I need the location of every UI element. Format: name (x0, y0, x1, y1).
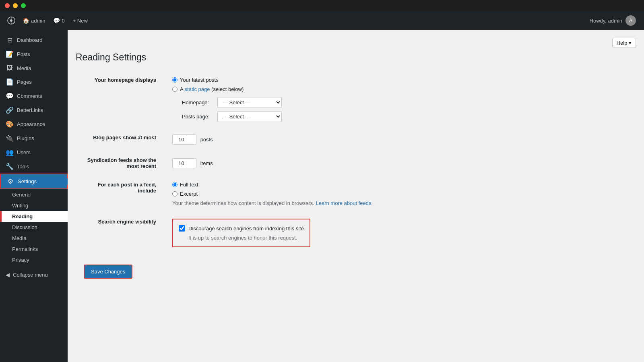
sidebar-item-tools[interactable]: 🔧 Tools (0, 159, 68, 174)
posts-icon: 📝 (6, 50, 14, 58)
row-homepage-displays: Your homepage displays Your latest posts… (76, 71, 636, 128)
posts-page-select[interactable]: — Select — (217, 111, 282, 122)
field-feed-include: Full text Excerpt Your theme determines … (164, 176, 636, 213)
sidebar-item-label: Dashboard (17, 37, 43, 43)
field-syndication-feeds: items (164, 151, 636, 176)
radio-static-page-label[interactable]: A static page (select below) (180, 86, 244, 92)
admin-bar-site[interactable]: 🏠 admin (19, 11, 49, 30)
sidebar-item-media[interactable]: 🖼 Media (0, 61, 68, 75)
main-content: Help ▾ Reading Settings Your homepage di… (68, 30, 644, 362)
field-blog-pages: posts (164, 128, 636, 151)
static-page-link[interactable]: static page (185, 86, 210, 92)
sidebar-item-comments[interactable]: 💬 Comments (0, 89, 68, 103)
collapse-icon: ◀ (6, 272, 10, 278)
label-homepage-displays: Your homepage displays (76, 71, 164, 128)
dashboard-icon: ⊟ (6, 36, 14, 44)
howdy-text: Howdy, admin (590, 18, 622, 24)
sidebar-sub-reading[interactable]: Reading (0, 211, 68, 222)
collapse-menu-item[interactable]: ◀ Collapse menu (0, 269, 68, 281)
feed-note: Your theme determines how content is dis… (172, 200, 628, 206)
radio-latest-posts-input[interactable] (172, 77, 178, 83)
collapse-label: Collapse menu (13, 272, 48, 278)
help-label: Help ▾ (617, 40, 632, 46)
layout: ⊟ Dashboard 📝 Posts 🖼 Media 📄 Pages 💬 Co… (0, 30, 644, 362)
betterlinks-icon: 🔗 (6, 106, 14, 114)
sidebar-sub-writing[interactable]: Writing (0, 200, 68, 211)
sidebar-item-label: Posts (17, 51, 30, 57)
radio-static-page-input[interactable] (172, 87, 178, 92)
svg-point-1 (10, 19, 12, 22)
sidebar-item-betterlinks[interactable]: 🔗 BetterLinks (0, 103, 68, 117)
blog-pages-suffix: posts (200, 137, 213, 143)
new-label: + New (73, 18, 88, 24)
syndication-feeds-suffix: items (200, 160, 213, 166)
search-visibility-checkbox[interactable] (179, 225, 185, 232)
home-icon: 🏠 (23, 17, 29, 24)
sidebar: ⊟ Dashboard 📝 Posts 🖼 Media 📄 Pages 💬 Co… (0, 30, 68, 362)
row-search-visibility: Search engine visibility Discourage sear… (76, 213, 636, 254)
sidebar-item-label: Plugins (17, 135, 34, 141)
minimize-button[interactable] (13, 3, 18, 8)
sidebar-sub-general[interactable]: General (0, 189, 68, 200)
visibility-note: It is up to search engines to honor this… (179, 235, 304, 241)
label-search-visibility: Search engine visibility (76, 213, 164, 254)
sidebar-item-label: Appearance (17, 121, 45, 127)
radio-static-page: A static page (select below) (172, 86, 628, 92)
titlebar (0, 0, 644, 11)
search-visibility-label[interactable]: Discourage search engines from indexing … (188, 225, 304, 232)
field-search-visibility: Discourage search engines from indexing … (164, 213, 636, 254)
sidebar-item-label: Pages (17, 79, 32, 85)
admin-bar-new[interactable]: + New (69, 11, 92, 30)
help-button[interactable]: Help ▾ (612, 38, 636, 48)
close-button[interactable] (5, 3, 10, 8)
sidebar-item-label: Comments (17, 93, 42, 99)
sidebar-sub-privacy[interactable]: Privacy (0, 254, 68, 265)
learn-more-link[interactable]: Learn more about feeds (316, 200, 372, 206)
radio-full-text-input[interactable] (172, 182, 178, 187)
radio-latest-posts-label[interactable]: Your latest posts (180, 77, 219, 83)
appearance-icon: 🎨 (6, 120, 14, 128)
label-syndication-feeds: Syndication feeds show the most recent (76, 151, 164, 176)
radio-full-text-label[interactable]: Full text (180, 182, 198, 188)
sidebar-item-settings[interactable]: ⚙ Settings (0, 174, 68, 189)
sidebar-item-users[interactable]: 👥 Users (0, 145, 68, 159)
tools-icon: 🔧 (6, 163, 14, 170)
comments-count: 0 (62, 18, 64, 24)
sidebar-sub-discussion[interactable]: Discussion (0, 222, 68, 233)
field-homepage-displays: Your latest posts A static page (select … (164, 71, 636, 128)
admin-bar-right: Howdy, admin A (590, 15, 640, 26)
admin-bar-comments[interactable]: 💬 0 (49, 11, 68, 30)
homepage-label: Homepage: (182, 99, 214, 105)
sidebar-item-dashboard[interactable]: ⊟ Dashboard (0, 33, 68, 47)
sidebar-item-pages[interactable]: 📄 Pages (0, 75, 68, 89)
site-name: admin (31, 18, 45, 24)
sidebar-item-label: Media (17, 65, 31, 71)
search-visibility-box: Discourage search engines from indexing … (172, 219, 310, 247)
search-visibility-checkbox-row: Discourage search engines from indexing … (179, 225, 304, 232)
settings-submenu: General Writing Reading Discussion Media… (0, 189, 68, 265)
sidebar-item-plugins[interactable]: 🔌 Plugins (0, 131, 68, 145)
save-changes-button[interactable]: Save Changes (84, 265, 132, 279)
comments-icon: 💬 (6, 92, 14, 100)
posts-page-label: Posts page: (182, 114, 214, 120)
sidebar-sub-media[interactable]: Media (0, 233, 68, 244)
sidebar-item-label: Settings (18, 178, 37, 184)
sidebar-sub-permalinks[interactable]: Permalinks (0, 244, 68, 254)
sidebar-item-label: BetterLinks (17, 107, 43, 113)
users-icon: 👥 (6, 149, 14, 156)
sidebar-item-posts[interactable]: 📝 Posts (0, 47, 68, 61)
wp-logo[interactable] (4, 17, 19, 25)
maximize-button[interactable] (21, 3, 26, 8)
radio-excerpt-input[interactable] (172, 191, 178, 197)
avatar[interactable]: A (625, 15, 636, 26)
label-blog-pages: Blog pages show at most (76, 128, 164, 151)
homepage-select[interactable]: — Select — (217, 97, 282, 108)
admin-bar: 🏠 admin 💬 0 + New Howdy, admin A (0, 11, 644, 30)
settings-arrow (67, 178, 68, 185)
sidebar-item-label: Users (17, 149, 31, 155)
blog-pages-input[interactable] (172, 134, 196, 145)
radio-excerpt-label[interactable]: Excerpt (180, 191, 198, 197)
sidebar-item-appearance[interactable]: 🎨 Appearance (0, 117, 68, 131)
comments-icon: 💬 (53, 17, 60, 24)
syndication-feeds-input[interactable] (172, 158, 196, 168)
